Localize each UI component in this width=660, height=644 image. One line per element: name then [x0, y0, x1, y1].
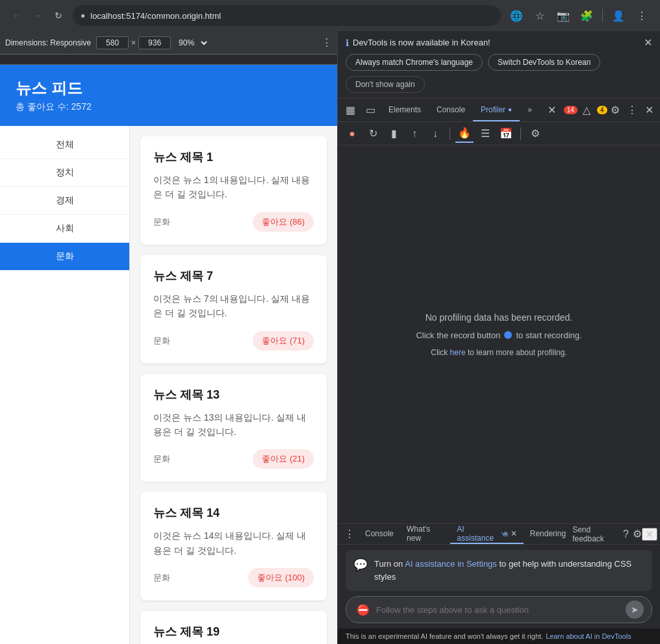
translate-button[interactable]: 🌐	[506, 5, 527, 26]
address-bar[interactable]: ● localhost:5174/common.origin.html	[73, 5, 501, 26]
browser-frame: ← → ↻ ● localhost:5174/common.origin.htm…	[0, 0, 660, 644]
bottom-tab-rendering-label: Rendering	[530, 529, 566, 538]
devtools-tabbar: ▦ ▭ Elements Console Profiler ● » ✕ 14 △	[338, 99, 660, 122]
stop-button[interactable]: ▮	[385, 125, 403, 143]
news-list: 뉴스 제목 1 이것은 뉴스 1의 내용입니다. 실제 내용은 더 길 것입니다…	[130, 126, 337, 644]
download-button[interactable]: ↓	[426, 125, 444, 143]
ai-question-input[interactable]	[376, 605, 622, 615]
forward-button[interactable]: →	[29, 6, 47, 25]
tab-more[interactable]: »	[520, 99, 540, 121]
dont-show-button[interactable]: Don't show again	[346, 76, 425, 93]
devtools-kebab-button[interactable]: ⋮	[624, 101, 641, 119]
lock-icon: ●	[81, 11, 85, 20]
toolbar-separator-2	[520, 127, 521, 140]
ai-send-button[interactable]: ➤	[626, 601, 644, 619]
bottom-footer: This is an experimental AI feature and w…	[338, 628, 660, 644]
calendar-button[interactable]: 📅	[497, 125, 515, 143]
bottom-tab-ai[interactable]: AI assistance 🖲 ✕	[450, 524, 523, 544]
ai-cancel-icon[interactable]: ⛔	[354, 601, 372, 619]
tab-profiler-label: Profiler	[481, 105, 505, 114]
category-economy[interactable]: 경제	[0, 187, 129, 215]
error-icon: ✕	[542, 104, 561, 116]
news-card-13: 뉴스 제목 13 이것은 뉴스 13의 내용입니다. 실제 내용은 더 길 것입…	[140, 374, 327, 482]
width-input[interactable]	[96, 36, 129, 49]
profiler-main-area: No profiling data has been recorded. Cli…	[338, 145, 660, 523]
viewport-more-icon[interactable]: ⋮	[322, 36, 332, 49]
devtools-settings-button[interactable]: ⚙	[607, 101, 624, 119]
news-card-13-category: 문화	[153, 453, 170, 465]
record-dot-indicator	[504, 331, 512, 339]
tab-elements[interactable]: Elements	[381, 99, 429, 121]
screenshot-button[interactable]: 📷	[553, 5, 574, 26]
footer-text: This is an experimental AI feature and w…	[346, 632, 543, 640]
here-link[interactable]: here	[450, 348, 466, 357]
bottom-tab-whatsnew[interactable]: What's new	[400, 524, 450, 544]
bottom-tabbar: ⋮ Console What's new AI assistance 🖲 ✕ R…	[338, 524, 660, 545]
news-header: 뉴스 피드 총 좋아요 수: 2572	[0, 65, 337, 126]
news-card-7: 뉴스 제목 7 이것은 뉴스 7의 내용입니다. 실제 내용은 더 길 것입니다…	[140, 255, 327, 364]
like-button-7[interactable]: 좋아요 (71)	[253, 331, 314, 351]
profiler-settings-button[interactable]: ⚙	[526, 125, 544, 143]
devtools-close-button[interactable]: ✕	[641, 101, 657, 119]
category-politics[interactable]: 정치	[0, 159, 129, 187]
bottom-tab-rendering[interactable]: Rendering	[524, 524, 572, 544]
like-button-14[interactable]: 좋아요 (100)	[248, 568, 314, 588]
category-society[interactable]: 사회	[0, 215, 129, 243]
tree-button[interactable]: ☰	[476, 125, 494, 143]
profiler-toolbar: ● ↻ ▮ ↑ ↓ 🔥 ☰ 📅 ⚙	[338, 122, 660, 145]
ai-tab-close[interactable]: ✕	[511, 529, 517, 538]
profile-button[interactable]: 👤	[608, 5, 629, 26]
viewport-toolbar: Dimensions: Responsive × 90% 100% 75% ⋮	[0, 31, 337, 55]
feedback-help-icon[interactable]: ?	[623, 528, 629, 540]
menu-button[interactable]: ⋮	[631, 5, 652, 26]
tab-profiler[interactable]: Profiler ●	[473, 99, 520, 121]
device-icon[interactable]: ▭	[361, 104, 381, 116]
webpage-area: Dimensions: Responsive × 90% 100% 75% ⋮	[0, 31, 338, 644]
record-button[interactable]: ●	[343, 125, 361, 143]
notification-close-button[interactable]: ✕	[644, 36, 652, 49]
bottom-panel-close-button[interactable]: ✕	[642, 528, 657, 541]
tab-console[interactable]: Console	[429, 99, 473, 121]
category-all[interactable]: 전체	[0, 131, 129, 159]
webpage-scroll[interactable]: 뉴스 피드 총 좋아요 수: 2572 전체 정치 경제 사회 문화	[0, 65, 337, 644]
devtools-panel: ℹ DevTools is now available in Korean! ✕…	[338, 31, 660, 644]
horizontal-ruler	[0, 55, 337, 65]
browser-toolbar: ← → ↻ ● localhost:5174/common.origin.htm…	[0, 0, 660, 31]
info-icon: ℹ	[346, 38, 349, 48]
news-card-14-category: 문화	[153, 572, 170, 584]
toolbar-separator-1	[450, 127, 450, 140]
news-card-19: 뉴스 제목 19 이것은 뉴스 19의 내용입니다. 실제 내용은 더 길 것입…	[140, 611, 327, 644]
like-button-13[interactable]: 좋아요 (21)	[253, 449, 314, 469]
bookmark-button[interactable]: ☆	[529, 5, 550, 26]
always-match-button[interactable]: Always match Chrome's language	[346, 54, 483, 71]
category-culture[interactable]: 문화	[0, 243, 129, 271]
bottom-tab-console[interactable]: Console	[359, 524, 400, 544]
tab-elements-label: Elements	[388, 105, 421, 114]
notification-buttons: Always match Chrome's language Switch De…	[346, 54, 652, 93]
back-button[interactable]: ←	[8, 6, 26, 25]
notification-title: ℹ DevTools is now available in Korean!	[346, 38, 490, 48]
bottom-kebab-icon[interactable]: ⋮	[340, 528, 359, 540]
extension-button[interactable]: 🧩	[576, 5, 597, 26]
flame-chart-button[interactable]: 🔥	[455, 125, 474, 143]
viewport-label: Dimensions: Responsive	[5, 38, 91, 47]
feedback-settings-icon[interactable]: ⚙	[633, 528, 642, 540]
notification-row: ℹ DevTools is now available in Korean! ✕	[346, 36, 652, 49]
news-card-14: 뉴스 제목 14 이것은 뉴스 14의 내용입니다. 실제 내용은 더 길 것입…	[140, 492, 327, 601]
inspect-icon[interactable]: ▦	[340, 104, 361, 116]
like-button-1[interactable]: 좋아요 (86)	[253, 212, 314, 232]
switch-devtools-button[interactable]: Switch DevTools to Korean	[488, 54, 600, 71]
ai-settings-link[interactable]: AI assistance in Settings	[405, 559, 497, 569]
news-card-13-title: 뉴스 제목 13	[153, 387, 314, 402]
height-input[interactable]	[138, 36, 171, 49]
bottom-tab-whatsnew-label: What's new	[407, 525, 444, 543]
profiler-learn-more: Click here to learn more about profiling…	[431, 348, 566, 357]
refresh-record-button[interactable]: ↻	[364, 125, 382, 143]
upload-button[interactable]: ↑	[405, 125, 424, 143]
zoom-select[interactable]: 90% 100% 75%	[176, 38, 209, 48]
footer-link[interactable]: Learn about AI in DevTools	[546, 632, 631, 640]
profiler-empty-text: No profiling data has been recorded.	[425, 312, 572, 323]
news-layout: 전체 정치 경제 사회 문화 뉴스 제목 1 이것은 뉴스 1의 내용입니다. …	[0, 126, 337, 644]
profiler-dot: ●	[508, 106, 512, 113]
reload-button[interactable]: ↻	[49, 6, 68, 25]
